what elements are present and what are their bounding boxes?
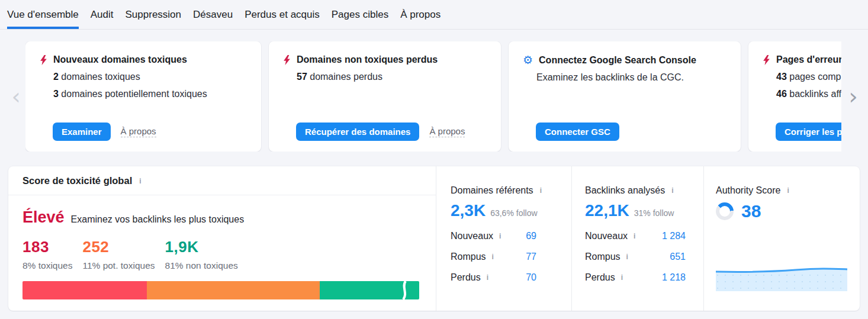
lightning-icon bbox=[763, 55, 770, 65]
metric-row-perdus: Perdus i 1 218 bbox=[585, 272, 686, 283]
info-icon[interactable]: i bbox=[137, 178, 143, 185]
potentially-toxic-label: 11% pot. toxiques bbox=[82, 260, 155, 271]
a-propos-link[interactable]: À propos bbox=[429, 126, 465, 137]
analyzed-backlinks-column: Backlinks analysés i 22,1K 31% follow No… bbox=[571, 166, 703, 311]
info-icon[interactable]: i bbox=[785, 187, 790, 194]
toxicity-section-title: Score de toxicité global bbox=[22, 175, 132, 186]
info-icon[interactable]: i bbox=[490, 253, 496, 260]
tab-desaveu[interactable]: Désaveu bbox=[193, 0, 233, 29]
info-icon[interactable]: i bbox=[670, 187, 675, 194]
potentially-toxic-count: 252 bbox=[82, 238, 155, 256]
tab-a-propos[interactable]: À propos bbox=[400, 0, 441, 29]
non-toxic-label: 81% non toxiques bbox=[165, 260, 238, 271]
info-icon[interactable]: i bbox=[538, 187, 544, 194]
metrics-section: Domaines référents i 2,3K 63,6% follow N… bbox=[436, 166, 860, 311]
authority-score-column: Authority Score i 38 bbox=[703, 166, 860, 311]
info-icon[interactable]: i bbox=[625, 253, 630, 260]
authority-score-value: 38 bbox=[741, 201, 761, 221]
metric-row-nouveaux: Nouveaux i 1 284 bbox=[585, 231, 686, 241]
toxic-bar-segment bbox=[22, 281, 147, 299]
gear-icon: ⚙ bbox=[523, 54, 533, 66]
bar-break-icon bbox=[400, 281, 409, 299]
referring-domains-follow: 63,6% follow bbox=[490, 208, 537, 218]
toxic-stat: 183 8% toxiques bbox=[22, 238, 72, 271]
authority-trend-chart bbox=[716, 266, 847, 291]
card-stat-line: 3 domaines potentiellement toxiques bbox=[53, 89, 247, 99]
cards-carousel: Nouveaux domaines toxiques 2 domaines to… bbox=[25, 41, 841, 152]
info-icon[interactable]: i bbox=[485, 274, 490, 281]
a-propos-link[interactable]: À propos bbox=[121, 126, 156, 137]
tab-perdus-et-acquis[interactable]: Perdus et acquis bbox=[245, 0, 320, 29]
toxicity-stacked-bar bbox=[22, 281, 419, 299]
info-icon[interactable]: i bbox=[632, 233, 637, 240]
card-stat-line: 57 domaines perdus bbox=[297, 72, 487, 82]
corriger-pages-button[interactable]: Corriger les pa bbox=[776, 123, 841, 141]
non-toxic-count: 1,9K bbox=[165, 238, 238, 256]
card-stat-line: 46 backlinks aff bbox=[776, 89, 841, 99]
card-title: Domaines non toxiques perdus bbox=[297, 54, 438, 65]
card-description: Examinez les backlinks de la CGC. bbox=[536, 72, 726, 83]
perdus-value[interactable]: 1 218 bbox=[662, 272, 686, 283]
analyzed-backlinks-follow: 31% follow bbox=[634, 208, 674, 218]
card-title: Pages d'erreur c bbox=[776, 54, 841, 65]
tab-bar: Vue d'ensemble Audit Suppression Désaveu… bbox=[0, 0, 868, 30]
lightning-icon bbox=[283, 55, 291, 65]
toxicity-level: Élevé bbox=[22, 208, 65, 227]
metric-row-perdus: Perdus i 70 bbox=[451, 272, 536, 283]
tab-vue-densemble[interactable]: Vue d'ensemble bbox=[7, 0, 79, 29]
toxic-label: 8% toxiques bbox=[22, 260, 72, 271]
lightning-icon bbox=[40, 55, 47, 65]
tab-suppression[interactable]: Suppression bbox=[126, 0, 182, 29]
card-title: Connectez Google Search Console bbox=[539, 55, 696, 66]
metric-row-nouveaux: Nouveaux i 69 bbox=[451, 231, 536, 241]
potentially-toxic-bar-segment bbox=[147, 281, 319, 299]
analyzed-backlinks-title: Backlinks analysés bbox=[585, 185, 665, 196]
authority-score-donut bbox=[716, 202, 734, 220]
card-pages-derreur: Pages d'erreur c 43 pages comp 46 backli… bbox=[748, 41, 841, 152]
potentially-toxic-stat: 252 11% pot. toxiques bbox=[82, 238, 155, 271]
connecter-gsc-button[interactable]: Connecter GSC bbox=[536, 123, 619, 141]
nouveaux-value[interactable]: 69 bbox=[526, 231, 536, 241]
carousel-next-icon[interactable]: › bbox=[846, 85, 861, 108]
card-connectez-gsc: ⚙ Connectez Google Search Console Examin… bbox=[509, 41, 741, 152]
carousel-prev-icon[interactable]: ‹ bbox=[8, 85, 24, 108]
analyzed-backlinks-total[interactable]: 22,1K bbox=[585, 201, 629, 220]
tab-audit[interactable]: Audit bbox=[91, 0, 114, 29]
non-toxic-stat: 1,9K 81% non toxiques bbox=[165, 238, 238, 271]
referring-domains-column: Domaines référents i 2,3K 63,6% follow N… bbox=[436, 166, 571, 311]
referring-domains-title: Domaines référents bbox=[451, 185, 533, 196]
rompus-value[interactable]: 651 bbox=[670, 252, 686, 262]
recuperer-domaines-button[interactable]: Récupérer des domaines bbox=[296, 123, 419, 141]
summary-panel: Score de toxicité global i Élevé Examine… bbox=[8, 166, 860, 311]
toxicity-level-hint: Examinez vos backlinks les plus toxiques bbox=[71, 214, 245, 225]
card-title: Nouveaux domaines toxiques bbox=[53, 54, 187, 65]
nouveaux-value[interactable]: 1 284 bbox=[662, 231, 686, 241]
tab-pages-cibles[interactable]: Pages cibles bbox=[332, 0, 388, 29]
info-icon[interactable]: i bbox=[619, 274, 625, 281]
card-stat-line: 2 domaines toxiques bbox=[53, 72, 247, 82]
rompus-value[interactable]: 77 bbox=[526, 252, 536, 262]
perdus-value[interactable]: 70 bbox=[526, 272, 536, 283]
toxicity-score-section: Score de toxicité global i Élevé Examine… bbox=[8, 166, 436, 311]
metric-row-rompus: Rompus i 77 bbox=[451, 252, 536, 262]
examiner-button[interactable]: Examiner bbox=[53, 123, 111, 141]
metric-row-rompus: Rompus i 651 bbox=[585, 252, 686, 262]
referring-domains-total[interactable]: 2,3K bbox=[451, 201, 486, 220]
card-nouveaux-domaines-toxiques: Nouveaux domaines toxiques 2 domaines to… bbox=[25, 41, 261, 152]
card-domaines-non-toxiques-perdus: Domaines non toxiques perdus 57 domaines… bbox=[269, 41, 501, 152]
authority-score-title: Authority Score bbox=[716, 185, 780, 196]
toxic-count: 183 bbox=[22, 238, 72, 256]
card-stat-line: 43 pages comp bbox=[776, 72, 841, 82]
info-icon[interactable]: i bbox=[497, 233, 503, 240]
